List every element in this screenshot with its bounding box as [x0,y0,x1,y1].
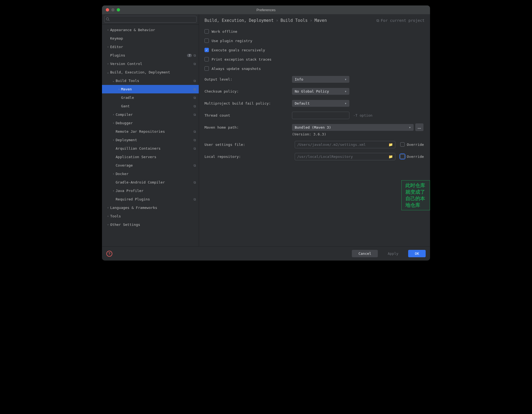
project-scope-icon: ⧉ [194,96,196,100]
breadcrumb-part: Build, Execution, Deployment [204,18,274,23]
help-button[interactable]: ? [106,251,112,257]
tree-item[interactable]: ›Editor [102,43,199,51]
settings-file-field[interactable]: /Users/javalove/.m2/settings.xml 📁 [295,141,395,148]
annotation-text: 此时仓库就变成了自己的本地仓库 [401,180,430,210]
local-repo-field[interactable]: /usr/local/LocalRepository 📁 [295,153,395,160]
tree-item[interactable]: ›Gradle⧉ [102,93,199,102]
tree-item[interactable]: ›Java Profiler [102,187,199,195]
tree-item[interactable]: ›Remote Jar Repositories⧉ [102,127,199,136]
checkbox-unchecked[interactable] [204,57,209,61]
svg-point-0 [106,18,109,20]
recursive-row[interactable]: ✓ Execute goals recursively [204,45,425,55]
checksum-row: Checksum policy: No Global Policy [204,85,425,97]
chevron-icon: › [111,172,116,175]
tree-item[interactable]: ›Deployment⧉ [102,136,199,144]
project-scope-icon: ⧉ [194,164,196,167]
tree-item[interactable]: ›Tools [102,212,199,220]
chevron-icon: › [106,62,110,65]
chevron-icon: ⌄ [111,79,116,82]
folder-icon[interactable]: 📁 [388,143,393,147]
tree-item[interactable]: ›Docker [102,170,199,178]
breadcrumb: Build, Execution, Deployment › Build Too… [199,14,430,26]
folder-icon[interactable]: 📁 [388,155,393,159]
chevron-right-icon: › [276,18,278,23]
apply-button[interactable]: Apply [381,250,405,257]
tree-item[interactable]: ›Coverage⧉ [102,161,199,170]
tree-item-label: Debugger [116,121,196,125]
tree-item[interactable]: ›Other Settings [102,220,199,229]
stack-traces-row[interactable]: Print exception stack traces [204,55,425,64]
field-label: Output level: [204,77,292,81]
output-level-select[interactable]: Info [292,76,349,83]
tree-item[interactable]: ›Arquillian Containers⧉ [102,144,199,153]
local-repo-row: Local repository: /usr/local/LocalReposi… [204,150,425,162]
chevron-icon: › [111,138,116,141]
project-scope-icon: ⧉ [194,104,196,108]
ok-button[interactable]: OK [408,250,426,257]
project-scope-icon: ⧉ [194,113,196,117]
local-repo-override[interactable]: Override [400,154,424,159]
svg-line-1 [109,20,110,21]
checkbox-label: Override [407,155,424,159]
checkbox-unchecked[interactable] [204,29,209,34]
home-path-select[interactable]: Bundled (Maven 3) [292,124,414,131]
tree-item-label: Keymap [110,36,196,40]
search-icon [106,17,110,22]
settings-file-row: User settings file: /Users/javalove/.m2/… [204,138,425,150]
browse-button[interactable]: … [415,123,423,131]
project-scope-icon: ⧉ [376,18,379,23]
checkbox-unchecked[interactable] [204,39,209,43]
project-scope-icon: ⧉ [194,62,196,66]
maven-version-label: (Version: 3.6.3) [292,132,425,136]
tree-item-label: Compiler [116,113,194,117]
tree-item[interactable]: ›Application Servers [102,153,199,161]
project-scope-icon: ⧉ [194,87,196,91]
checkbox-unchecked[interactable] [400,142,405,147]
tree-item-label: Other Settings [110,223,196,227]
tree-item-label: Required Plugins [116,197,194,201]
tree-item[interactable]: ›Maven⧉ [102,85,199,93]
tree-item-label: Appearance & Behavior [110,28,196,32]
search-input[interactable] [104,16,197,23]
tree-item-label: Gradle [121,96,194,100]
settings-tree[interactable]: ›Appearance & Behavior›Keymap›Editor›Plu… [102,25,199,246]
tree-item-label: Languages & Frameworks [110,206,196,210]
checkbox-unchecked[interactable] [204,66,209,71]
tree-item-label: Arquillian Containers [116,146,194,150]
tree-item[interactable]: ⌄Build, Execution, Deployment [102,68,199,76]
tree-item[interactable]: ›Plugins7⧉ [102,51,199,60]
tree-item[interactable]: ⌄Build Tools⧉ [102,76,199,85]
project-scope-icon: ⧉ [194,147,196,150]
work-offline-row[interactable]: Work offline [204,27,425,36]
cancel-button[interactable]: Cancel [352,250,378,257]
snapshots-row[interactable]: Always update snapshots [204,64,425,73]
settings-override[interactable]: Override [400,142,424,147]
tree-item[interactable]: ›Compiler⧉ [102,110,199,119]
tree-item[interactable]: ›Gradle-Android Compiler⧉ [102,178,199,187]
tree-item[interactable]: ›Required Plugins⧉ [102,195,199,203]
tree-item[interactable]: ›Version Control⧉ [102,60,199,68]
field-label: Checksum policy: [204,89,292,93]
checksum-select[interactable]: No Global Policy [292,88,349,95]
thread-count-input[interactable] [292,112,349,119]
checkbox-label: Override [407,143,424,147]
chevron-icon: › [106,45,110,48]
sidebar: ›Appearance & Behavior›Keymap›Editor›Plu… [102,14,199,246]
field-label: Local repository: [204,155,292,159]
output-level-row: Output level: Info [204,73,425,85]
tree-item[interactable]: ›Gant⧉ [102,102,199,110]
field-label: Maven home path: [204,125,292,129]
checkbox-focused[interactable] [400,154,405,159]
tree-item[interactable]: ›Languages & Frameworks [102,203,199,212]
tree-item[interactable]: ›Keymap [102,34,199,43]
fail-policy-select[interactable]: Default [292,100,349,107]
plugin-registry-row[interactable]: Use plugin registry [204,36,425,45]
thread-count-row: Thread count -T option [204,109,425,121]
tree-item-label: Build Tools [116,79,194,83]
checkbox-checked[interactable]: ✓ [204,48,209,52]
tree-item[interactable]: ›Appearance & Behavior [102,26,199,34]
checkbox-label: Always update snapshots [212,67,261,71]
checkbox-label: Use plugin registry [212,39,252,43]
fail-policy-row: Multiproject build fail policy: Default [204,97,425,109]
tree-item[interactable]: ›Debugger [102,119,199,127]
